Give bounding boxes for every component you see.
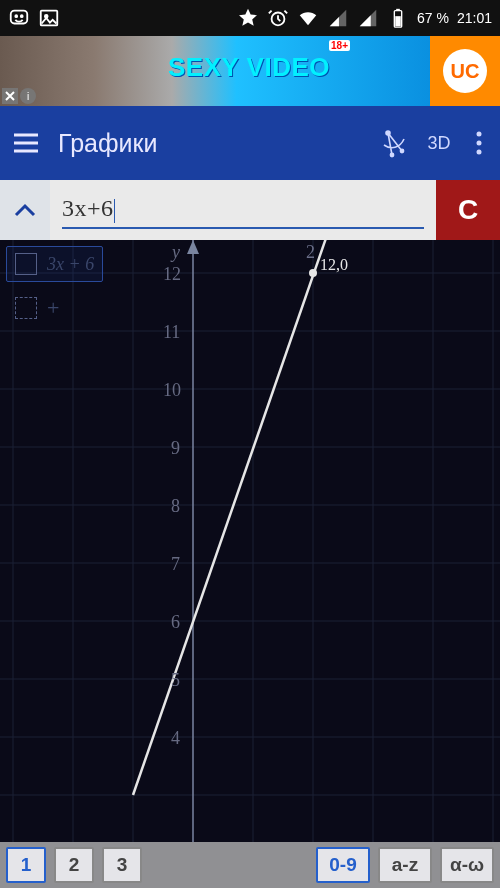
svg-text:11: 11 [163,322,180,342]
function-checkbox[interactable] [15,253,37,275]
battery-icon [387,7,409,29]
function-label: 3x + 6 [47,254,94,275]
ad-brand: UC [430,36,500,106]
add-function-button[interactable]: + [6,288,103,328]
geometry-tool-button[interactable] [374,127,414,159]
star-icon [237,7,259,29]
signal2-icon [357,7,379,29]
top-tick: 2 [306,242,315,262]
overflow-menu-button[interactable] [464,131,494,155]
svg-text:6: 6 [171,612,180,632]
expression-input[interactable]: 3x+6 [50,180,436,240]
page-3-button[interactable]: 3 [102,847,142,883]
graph-view[interactable]: 12,0 y 2 12 11 10 9 8 7 6 5 4 3x + 6 + -… [0,240,500,842]
wifi-icon [297,7,319,29]
svg-point-37 [309,269,317,277]
svg-point-10 [390,153,393,156]
point-label: 12,0 [320,256,348,273]
svg-point-2 [21,15,23,17]
image-icon [38,7,60,29]
svg-point-12 [477,132,482,137]
text-cursor [114,199,115,223]
svg-text:5: 5 [171,670,180,690]
app-toolbar: Графики 3D [0,106,500,180]
mode-latin-button[interactable]: a-z [378,847,432,883]
alarm-icon [267,7,289,29]
collapse-button[interactable] [0,180,50,240]
plus-label: + [47,295,59,321]
svg-point-14 [477,150,482,155]
page-2-button[interactable]: 2 [54,847,94,883]
expression-input-bar: 3x+6 C [0,180,500,240]
svg-rect-8 [395,16,401,26]
svg-point-13 [477,141,482,146]
clear-button[interactable]: C [436,180,500,240]
uc-icon: UC [443,49,487,93]
svg-text:9: 9 [171,438,180,458]
expression-value: 3x+6 [62,195,114,221]
add-function-icon [15,297,37,319]
function-list: 3x + 6 + [6,246,103,328]
ad-text: SEXY VIDEO [168,52,330,83]
svg-text:8: 8 [171,496,180,516]
svg-point-9 [386,131,390,135]
svg-text:12: 12 [163,264,181,284]
page-title: Графики [46,129,374,158]
svg-text:7: 7 [171,554,180,574]
android-statusbar: 67 % 21:01 [0,0,500,36]
ad-age-badge: 18+ [329,40,350,51]
ad-banner[interactable]: 18+ SEXY VIDEO UC i [0,36,500,106]
ad-info-icon[interactable]: i [20,88,36,104]
svg-text:4: 4 [171,728,180,748]
svg-marker-35 [187,240,199,254]
y-axis-label: y [170,242,180,262]
signal1-icon [327,7,349,29]
menu-button[interactable] [6,132,46,154]
svg-point-11 [400,149,403,152]
3d-mode-button[interactable]: 3D [414,133,464,154]
page-1-button[interactable]: 1 [6,847,46,883]
mode-numeric-button[interactable]: 0-9 [316,847,370,883]
keyboard-mode-bar: 1 2 3 0-9 a-z α-ω [0,842,500,888]
svg-text:10: 10 [163,380,181,400]
ad-close-icon[interactable] [2,88,18,104]
smile-icon [8,7,30,29]
mode-greek-button[interactable]: α-ω [440,847,494,883]
function-item[interactable]: 3x + 6 [6,246,103,282]
battery-text: 67 % [417,10,449,26]
clock-text: 21:01 [457,10,492,26]
svg-rect-7 [396,9,400,11]
svg-point-1 [15,15,17,17]
